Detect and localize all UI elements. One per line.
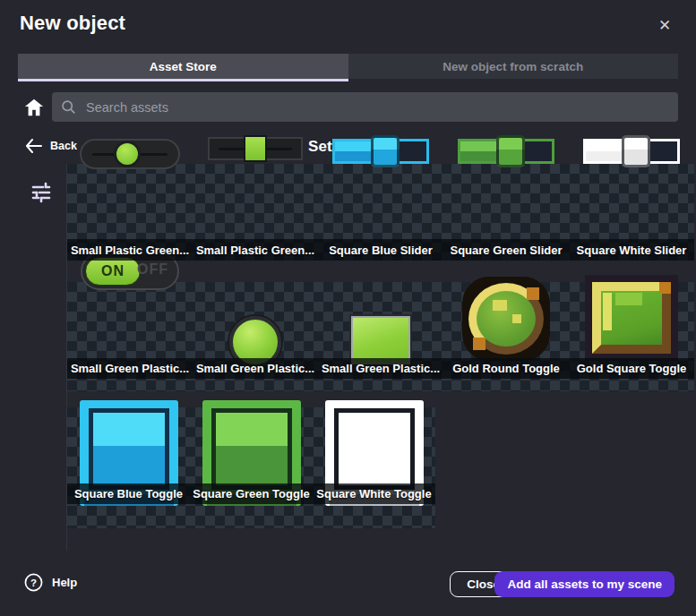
- asset-label: Square Blue Slider: [329, 244, 433, 257]
- asset-tile-square-white-toggle[interactable]: Square White Toggle: [313, 407, 435, 528]
- asset-row: Small Plastic Green... Small Plastic Gre…: [67, 164, 694, 261]
- square-blue-slider-graphic: [332, 139, 429, 164]
- asset-tile-square-blue-toggle[interactable]: Square Blue Toggle: [67, 407, 190, 528]
- asset-tile-small-green-plastic-onoff[interactable]: ON OFF Small Green Plastic...: [67, 282, 193, 391]
- gold-round-toggle-graphic: [462, 277, 550, 361]
- asset-label: Gold Square Toggle: [577, 362, 687, 375]
- asset-label: Square White Toggle: [316, 487, 431, 500]
- asset-tile-square-blue-slider[interactable]: Square Blue Slider: [318, 164, 443, 261]
- asset-label: Small Plastic Green...: [71, 244, 189, 257]
- help-label: Help: [52, 576, 77, 589]
- back-arrow-icon: [25, 139, 42, 153]
- filter-icon[interactable]: [30, 181, 53, 204]
- rect-slider-green-graphic: [208, 137, 303, 160]
- asset-tile-small-green-plastic-square-button[interactable]: Small Green Plastic...: [318, 282, 443, 391]
- new-object-dialog: New object ✕ Asset Store New object from…: [0, 0, 696, 616]
- gold-square-toggle-graphic: [585, 275, 678, 361]
- asset-label: Square Green Toggle: [193, 487, 310, 500]
- square-green-slider-graphic: [458, 139, 554, 164]
- asset-label: Square Green Slider: [451, 244, 563, 257]
- help-button[interactable]: ? Help: [24, 573, 77, 592]
- question-circle-icon: ?: [24, 573, 43, 592]
- asset-row: ON OFF Small Green Plastic... Small Gree…: [67, 282, 694, 391]
- asset-tile-gold-round-toggle[interactable]: Gold Round Toggle: [443, 282, 569, 391]
- asset-grid: Small Plastic Green... Small Plastic Gre…: [67, 164, 694, 528]
- tab-new-object-from-scratch-label: New object from scratch: [443, 60, 583, 73]
- asset-label: Square White Slider: [577, 244, 687, 257]
- search-icon: [61, 99, 76, 115]
- asset-tile-square-white-slider[interactable]: Square White Slider: [569, 164, 694, 261]
- search-input[interactable]: [84, 99, 669, 116]
- square-white-slider-graphic: [583, 139, 680, 164]
- asset-label: Square Blue Toggle: [74, 487, 183, 500]
- back-button[interactable]: Back: [25, 139, 77, 153]
- tab-bar: Asset Store New object from scratch: [18, 54, 678, 79]
- home-icon[interactable]: [24, 98, 44, 117]
- asset-label: Small Green Plastic...: [71, 362, 189, 375]
- asset-label: Small Plastic Green...: [196, 244, 314, 257]
- tab-new-object-from-scratch[interactable]: New object from scratch: [348, 54, 679, 79]
- round-slider-green-graphic: [80, 139, 180, 169]
- asset-tile-square-green-toggle[interactable]: Square Green Toggle: [190, 407, 313, 528]
- dialog-header: New object ✕: [0, 0, 696, 50]
- asset-row: Square Blue Toggle Square Green Toggle S…: [67, 407, 435, 528]
- close-icon[interactable]: ✕: [655, 15, 675, 35]
- page-title: New object: [20, 12, 125, 35]
- asset-label: Small Green Plastic...: [322, 362, 440, 375]
- add-all-assets-button[interactable]: Add all assets to my scene: [494, 571, 675, 597]
- square-green-button-graphic: [351, 316, 410, 364]
- asset-label: Small Green Plastic...: [196, 362, 314, 375]
- asset-tile-small-green-plastic-round-button[interactable]: Small Green Plastic...: [193, 282, 318, 391]
- asset-tile-gold-square-toggle[interactable]: Gold Square Toggle: [569, 282, 694, 391]
- asset-tile-square-green-slider[interactable]: Square Green Slider: [443, 164, 569, 261]
- tab-asset-store[interactable]: Asset Store: [18, 54, 348, 79]
- asset-tile-small-plastic-green-rect-slider[interactable]: Small Plastic Green...: [193, 164, 318, 261]
- tab-asset-store-label: Asset Store: [150, 60, 217, 73]
- asset-tile-small-plastic-green-round-slider[interactable]: Small Plastic Green...: [67, 164, 193, 261]
- svg-text:?: ?: [30, 578, 37, 588]
- asset-label: Gold Round Toggle: [452, 362, 560, 375]
- dialog-footer: ? Help Close Add all assets to my scene: [0, 560, 696, 616]
- back-label: Back: [50, 140, 77, 152]
- search-bar[interactable]: [52, 92, 678, 122]
